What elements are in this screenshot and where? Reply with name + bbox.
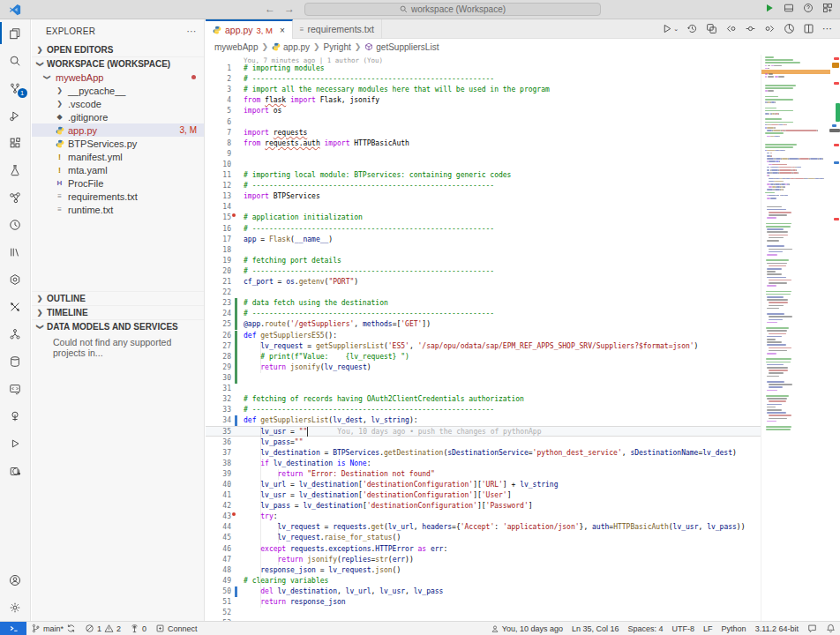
code-line-26[interactable]: 26def getSuppliersES5():: [206, 331, 761, 341]
breadcrumb-getsupplierslist[interactable]: getSuppliersList: [364, 42, 439, 52]
activity-database-button[interactable]: [0, 347, 31, 375]
code-line-39[interactable]: 39 return "Error: Destination not found": [206, 469, 761, 480]
breadcrumb-mywebapp[interactable]: mywebApp: [214, 42, 258, 52]
tree-item-app-py[interactable]: app.py3, M: [32, 123, 204, 137]
code-line-3[interactable]: 3# import all the necessary modules here…: [206, 85, 761, 95]
code-line-50[interactable]: 50 del lv_destination, lv_url, lv_usr, l…: [206, 586, 761, 597]
activity-run-debug-button[interactable]: [0, 101, 31, 129]
code-line-2[interactable]: 2# -------------------------------------…: [206, 74, 761, 85]
gitlens-icon[interactable]: [784, 23, 795, 34]
open-editors-section[interactable]: ❯ OPEN EDITORS: [32, 42, 204, 56]
code-line-32[interactable]: 32# fetching of records having OAuth2Cli…: [206, 394, 761, 405]
code-line-40[interactable]: 40 lv_url = lv_destination['destinationC…: [206, 480, 761, 490]
tab-requirements-txt[interactable]: ≡requirements.txt: [293, 19, 382, 39]
code-line-24[interactable]: 24# ------------------------------------…: [206, 309, 761, 319]
code-line-5[interactable]: 5import os: [206, 106, 761, 116]
tree-item-mywebapp[interactable]: ❯mywebApp: [32, 71, 204, 84]
activity-code-review-button[interactable]: [0, 375, 31, 402]
code-line-37[interactable]: 37 lv_destination = BTPServices.getDesti…: [206, 448, 761, 459]
code-line-27[interactable]: 27 lv_request = getSuppliersList('ES5', …: [206, 341, 761, 352]
code-line-10[interactable]: 10: [206, 160, 761, 170]
activity-explorer-button[interactable]: [0, 19, 31, 47]
next-change-icon[interactable]: [764, 23, 776, 34]
help-icon[interactable]: [803, 3, 814, 13]
activity-source-control-button[interactable]: 1: [0, 74, 31, 101]
more-actions-icon[interactable]: ⋯: [187, 26, 198, 36]
tree-item-procfile[interactable]: HProcFile: [32, 176, 204, 190]
tree-item-mta-yaml[interactable]: !mta.yaml: [32, 163, 204, 176]
nav-forward-button[interactable]: →: [284, 3, 295, 15]
activity-live-preview-button[interactable]: [0, 211, 31, 238]
code-line-21[interactable]: 21cf_port = os.getenv("PORT"): [206, 277, 761, 288]
activity-run-button[interactable]: [0, 430, 31, 457]
tree-item-manifest-yml[interactable]: !manifest.yml: [32, 150, 204, 163]
close-icon[interactable]: ×: [280, 26, 285, 35]
code-line-1[interactable]: 1# importing modules: [206, 64, 761, 74]
remote-indicator-button[interactable]: [0, 622, 26, 635]
code-line-46[interactable]: 46 except requests.exceptions.HTTPError …: [206, 544, 761, 555]
activity-account-button[interactable]: [0, 566, 31, 594]
code-line-34[interactable]: 34def getSuppliersList(lv_dest, lv_strin…: [206, 415, 761, 426]
layout-panel-icon[interactable]: [784, 3, 794, 13]
status-spaces-4[interactable]: Spaces: 4: [624, 622, 668, 635]
code-line-23[interactable]: 23# data fetch using the destination: [206, 298, 761, 309]
section-data-models-and-services[interactable]: ❯DATA MODELS AND SERVICES: [32, 319, 204, 333]
tree-item--pycache-[interactable]: ❯__pycache__: [32, 84, 204, 97]
code-line-48[interactable]: 48 response_json = lv_request.json(): [206, 565, 761, 576]
code-line-8[interactable]: 8from requests.auth import HTTPBasicAuth: [206, 138, 761, 149]
status-0[interactable]: 0: [125, 622, 151, 635]
status-1[interactable]: 12: [80, 622, 125, 635]
status-icon[interactable]: [803, 622, 821, 635]
tree-item--vscode[interactable]: ❯.vscode: [32, 97, 204, 110]
minimap[interactable]: [761, 55, 840, 621]
workspace-section[interactable]: ❯ WORKSPACE (WORKSPACE): [32, 56, 204, 71]
status-icon[interactable]: [821, 622, 840, 635]
tree-item--gitignore[interactable]: ◆.gitignore: [32, 110, 204, 123]
activity-library-button[interactable]: [0, 238, 31, 265]
code-line-36[interactable]: 36 lv_pass="": [206, 437, 761, 448]
code-line-31[interactable]: 31: [206, 384, 761, 394]
more-actions-icon[interactable]: ⋯: [822, 23, 833, 34]
code-line-28[interactable]: 28 # print(f"Value: {lv_request} "): [206, 352, 761, 362]
code-line-11[interactable]: 11# importing local module: BTPservices:…: [206, 170, 761, 181]
diff-icon[interactable]: [706, 23, 717, 34]
code-line-19[interactable]: 19# fetching port details: [206, 256, 761, 266]
code-line-33[interactable]: 33# ------------------------------------…: [206, 405, 761, 415]
code-line-7[interactable]: 7import requests: [206, 128, 761, 138]
code-line-13[interactable]: 13import BTPServices: [206, 191, 761, 202]
status-utf-8[interactable]: UTF-8: [668, 622, 700, 635]
code-line-18[interactable]: 18: [206, 245, 761, 256]
activity-tools-button[interactable]: [0, 293, 31, 320]
status-lf[interactable]: LF: [699, 622, 717, 635]
activity-containers-button[interactable]: [0, 457, 31, 484]
code-line-22[interactable]: 22: [206, 288, 761, 298]
prev-change-icon[interactable]: [725, 23, 737, 34]
code-line-14[interactable]: 14: [206, 202, 761, 213]
section-timeline[interactable]: ❯TIMELINE: [32, 305, 204, 319]
nav-back-button[interactable]: ←: [265, 3, 275, 15]
breadcrumb-pyright[interactable]: Pyright: [324, 42, 351, 52]
activity-extensions-button[interactable]: [0, 129, 31, 156]
activity-build-button[interactable]: [0, 265, 31, 293]
code-line-20[interactable]: 20# ------------------------------------…: [206, 266, 761, 277]
history-icon[interactable]: [686, 23, 698, 34]
code-line-43[interactable]: 43 try:: [206, 512, 761, 522]
code-line-44[interactable]: 44 lv_request = requests.get(lv_url, hea…: [206, 522, 761, 533]
tab-app-py[interactable]: app.py3, M×: [206, 19, 293, 39]
code-editor[interactable]: You, 7 minutes ago | 1 author (You) 1# i…: [206, 55, 761, 621]
breadcrumb-app.py[interactable]: app.py: [272, 42, 310, 52]
tree-item-requirements-txt[interactable]: ≡requirements.txt: [32, 190, 204, 203]
tree-item-runtime-txt[interactable]: ≡runtime.txt: [32, 203, 204, 216]
status-ln-35-col-16[interactable]: Ln 35, Col 16: [567, 622, 624, 635]
code-line-52[interactable]: 52: [206, 608, 761, 618]
code-line-42[interactable]: 42 lv_pass = lv_destination['destination…: [206, 501, 761, 512]
activity-deploy-button[interactable]: [0, 402, 31, 430]
status-you-10-days-ago[interactable]: You, 10 days ago: [486, 622, 567, 635]
code-line-38[interactable]: 38 if lv_destination is None:: [206, 459, 761, 469]
layout-customize-icon[interactable]: [822, 3, 833, 13]
run-dropdown-icon[interactable]: ⌄: [662, 23, 679, 34]
activity-settings-button[interactable]: [0, 594, 31, 621]
run-play-icon[interactable]: [764, 3, 775, 13]
code-line-4[interactable]: 4from flask import Flask, jsonify: [206, 95, 761, 106]
status-main-[interactable]: main*: [26, 622, 80, 635]
